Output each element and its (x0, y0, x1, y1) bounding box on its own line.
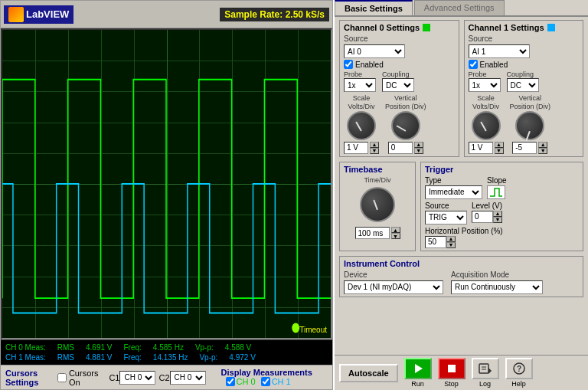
ch0-scale-knob[interactable] (347, 111, 376, 140)
ch0-vertical-group: VerticalPosition (Div) 0 ▲ ▼ (385, 94, 426, 154)
ch0-freq-value: 4.585 Hz (153, 343, 184, 352)
display-ch1-checkbox[interactable] (261, 377, 270, 386)
ch1-vertical-value-row: -5 ▲ ▼ (512, 142, 547, 154)
ch1-knob-row: ScaleVolts/Div 1 V ▲ ▼ (469, 94, 580, 154)
tab-advanced[interactable]: Advanced Settings (414, 0, 505, 15)
timebase-knob[interactable] (360, 187, 395, 222)
cursors-on-label[interactable]: Cursors On (57, 369, 99, 387)
trigger-level-label: Level (V) (472, 202, 502, 210)
c1-label: C1 (109, 373, 119, 382)
timebase-down[interactable]: ▼ (391, 233, 400, 239)
ch0-source-select[interactable]: AI 0 (344, 44, 405, 58)
display-meas-title: Display Measurements (221, 368, 312, 377)
trigger-level-down[interactable]: ▼ (493, 217, 502, 223)
timebase-knob-indicator (373, 200, 378, 211)
ch1-scale-value: 1 V (469, 142, 493, 154)
ch0-vertical-spinner[interactable]: ▲ ▼ (414, 142, 423, 154)
labview-icon (8, 7, 24, 22)
trigger-hpos-up[interactable]: ▲ (446, 236, 456, 242)
display-ch0-label[interactable]: CH 0 (226, 377, 256, 386)
trigger-hpos-spinner[interactable]: ▲ ▼ (446, 236, 456, 248)
timebase-spinner[interactable]: ▲ ▼ (391, 227, 400, 239)
ch1-coupling-label: Coupling (507, 70, 539, 78)
ch1-probe-select[interactable]: 1x (469, 78, 501, 92)
display-measurements-section: Display Measurements CH 0 CH 1 (221, 368, 328, 388)
trigger-type-label: Type (425, 176, 482, 185)
ch1-enabled-checkbox[interactable] (469, 60, 478, 69)
ch0-scale-down[interactable]: ▼ (370, 148, 379, 154)
trigger-hpos-down[interactable]: ▼ (446, 242, 456, 248)
c2-select[interactable]: CH 0 (170, 371, 206, 385)
ch1-source-select[interactable]: AI 1 (469, 44, 530, 58)
timebase-title: Timebase (344, 165, 411, 174)
ch1-rms-label: RMS (57, 353, 74, 362)
ch1-vertical-indicator (526, 130, 531, 141)
tab-basic[interactable]: Basic Settings (335, 0, 413, 15)
ch1-coupling-select[interactable]: DC (507, 78, 539, 92)
c1-select[interactable]: CH 0 (119, 371, 155, 385)
ch1-scale-spinner[interactable]: ▲ ▼ (495, 142, 504, 154)
ch1-scale-label: ScaleVolts/Div (472, 94, 499, 111)
trigger-title: Trigger (425, 165, 579, 174)
device-group: Device Dev 1 (NI myDAQ) (344, 270, 443, 294)
autoscale-button[interactable]: Autoscale (339, 364, 398, 382)
ch1-vertical-up[interactable]: ▲ (538, 142, 547, 148)
run-button[interactable] (404, 358, 432, 379)
ch0-enabled-checkbox[interactable] (344, 60, 353, 69)
settings-content: Channel 0 Settings Source AI 0 Enabled (335, 17, 588, 355)
trigger-hpos-label: Horizontal Position (%) (425, 227, 579, 235)
log-label: Log (479, 380, 491, 388)
ch1-scale-up[interactable]: ▲ (495, 142, 504, 148)
timebase-value: 100 ms (355, 227, 390, 239)
ch0-probe-select[interactable]: 1x (344, 78, 376, 92)
help-button[interactable]: ? (505, 358, 533, 379)
svg-marker-6 (488, 368, 492, 374)
ch0-vertical-down[interactable]: ▼ (414, 148, 423, 154)
ch0-source-row: Source (344, 34, 455, 43)
ch0-scale-value: 1 V (344, 142, 368, 154)
trigger-slope-label: Slope (487, 176, 507, 185)
ch0-rms-value: 4.691 V (86, 343, 112, 352)
display-ch1-label[interactable]: CH 1 (261, 377, 291, 386)
trigger-level-up[interactable]: ▲ (493, 211, 502, 217)
ch0-vertical-label: VerticalPosition (Div) (385, 94, 426, 111)
timeout-label: Timeout (299, 326, 327, 334)
ch1-vertical-knob[interactable] (515, 111, 544, 140)
trigger-level-value: 0 (472, 211, 493, 223)
acq-mode-select[interactable]: Run Continuously (451, 280, 543, 294)
display-ch0-checkbox[interactable] (226, 377, 235, 386)
ch1-freq-value: 14.135 Hz (153, 353, 188, 362)
ch1-scale-knob[interactable] (472, 111, 501, 140)
ch0-vertical-indicator (396, 125, 406, 132)
ch1-probe-coupling: Probe 1x Coupling DC (469, 70, 580, 92)
ch1-vertical-down[interactable]: ▼ (538, 148, 547, 154)
ch1-freq-label: Freq: (124, 353, 142, 362)
ch1-rms-value: 4.881 V (86, 353, 112, 362)
cursors-on-checkbox[interactable] (57, 373, 67, 382)
ch1-measurements: CH 1 Meas: RMS 4.881 V Freq: 14.135 Hz V… (5, 352, 328, 362)
timebase-up[interactable]: ▲ (391, 227, 400, 233)
ch0-vertical-knob[interactable] (391, 111, 420, 140)
ch0-source-select-row: AI 0 (344, 44, 455, 58)
display-ch0-text: CH 0 (237, 377, 256, 386)
ch0-enabled-label: Enabled (355, 61, 384, 69)
ch0-vertical-up[interactable]: ▲ (414, 142, 423, 148)
trigger-source-select[interactable]: TRIG (425, 211, 467, 224)
ch0-scale-spinner[interactable]: ▲ ▼ (370, 142, 379, 154)
ch0-coupling-select[interactable]: DC (382, 78, 414, 92)
channel0-box: Channel 0 Settings Source AI 0 Enabled (339, 20, 459, 157)
log-button[interactable] (472, 358, 499, 379)
ch1-scale-down[interactable]: ▼ (495, 148, 504, 154)
ch1-vertical-label: VerticalPosition (Div) (510, 94, 551, 111)
cursors-bar: Cursors Settings Cursors On C1 CH 0 C2 C… (1, 365, 332, 389)
ch1-vertical-spinner[interactable]: ▲ ▼ (538, 142, 547, 154)
stop-button[interactable] (438, 358, 466, 379)
ch1-vertical-group: VerticalPosition (Div) -5 ▲ ▼ (510, 94, 551, 154)
trigger-type-select[interactable]: Immediate (425, 185, 482, 199)
device-select[interactable]: Dev 1 (NI myDAQ) (344, 280, 443, 294)
trigger-level-spinner[interactable]: ▲ ▼ (493, 211, 502, 223)
ch0-scale-up[interactable]: ▲ (370, 142, 379, 148)
bottom-controls: Autoscale Run Stop (335, 355, 588, 390)
ch1-vertical-value: -5 (512, 142, 537, 154)
waveform-svg (2, 30, 331, 338)
